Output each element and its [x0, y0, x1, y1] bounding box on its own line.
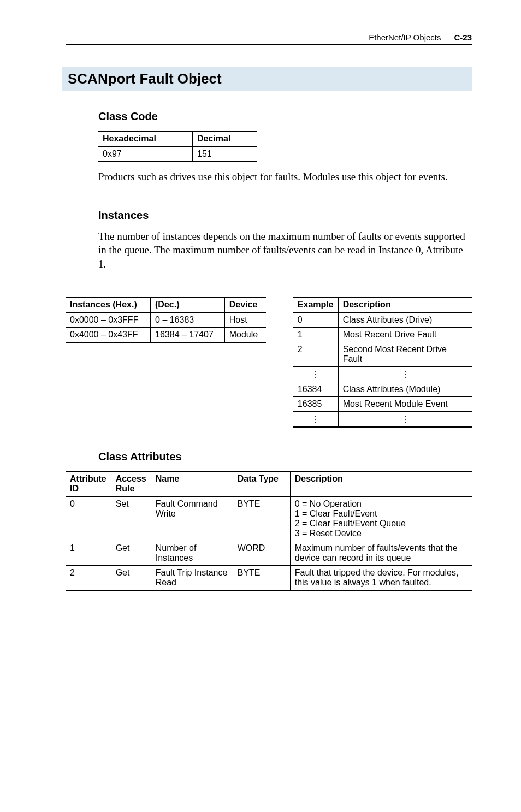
header-section: EtherNet/IP Objects — [369, 33, 441, 42]
instances-left-table: Instances (Hex.) (Dec.) Device 0x0000 – … — [66, 297, 266, 343]
cell: WORD — [233, 541, 290, 565]
col-desc: Description — [290, 471, 472, 496]
cell: Number of Instances — [151, 541, 233, 565]
instances-heading: Instances — [98, 209, 472, 222]
col-device: Device — [224, 297, 266, 312]
class-attr-heading-wrap: Class Attributes — [98, 451, 472, 463]
col-access-rule: Access Rule — [111, 471, 151, 496]
instances-tables: Instances (Hex.) (Dec.) Device 0x0000 – … — [66, 297, 472, 428]
cell: 16384 — [293, 382, 338, 396]
table-row: Attribute ID Access Rule Name Data Type … — [66, 471, 472, 496]
table-row: Example Description — [293, 297, 472, 312]
cell: ⋮ — [338, 411, 472, 427]
cell: 0 = No Operation 1 = Clear Fault/Event 2… — [290, 496, 472, 541]
class-attr-heading: Class Attributes — [98, 451, 472, 463]
cell: ⋮ — [293, 366, 338, 382]
cell: Most Recent Drive Fault — [338, 327, 472, 342]
cell: 0x0000 – 0x3FFF — [66, 312, 151, 328]
table-row: ⋮⋮ — [293, 411, 472, 427]
cell: Get — [111, 565, 151, 590]
class-code-section: Class Code Hexadecimal Decimal 0x97 151 … — [98, 110, 472, 184]
table-row: 2Second Most Recent Drive Fault — [293, 342, 472, 366]
page-title: SCANport Fault Object — [62, 67, 472, 91]
cell: 0x4000 – 0x43FF — [66, 327, 151, 342]
cell: 1 — [66, 541, 111, 565]
instances-right-table: Example Description 0Class Attributes (D… — [293, 297, 472, 428]
class-code-heading: Class Code — [98, 110, 472, 123]
cell-hex: 0x97 — [98, 146, 193, 162]
cell: Fault Trip Instance Read — [151, 565, 233, 590]
cell: 16385 — [293, 396, 338, 411]
cell: Fault that tripped the device. For modul… — [290, 565, 472, 590]
col-instances-dec: (Dec.) — [151, 297, 225, 312]
instances-section: Instances The number of instances depend… — [98, 209, 472, 271]
class-code-table: Hexadecimal Decimal 0x97 151 — [98, 131, 257, 162]
table-row: 16385Most Recent Module Event — [293, 396, 472, 411]
col-description: Description — [338, 297, 472, 312]
instances-para: The number of instances depends on the m… — [98, 229, 472, 271]
cell: Set — [111, 496, 151, 541]
table-row: 1 Get Number of Instances WORD Maximum n… — [66, 541, 472, 565]
table-row: 0x4000 – 0x43FF 16384 – 17407 Module — [66, 327, 266, 342]
cell: Fault Command Write — [151, 496, 233, 541]
table-row: 0x0000 – 0x3FFF 0 – 16383 Host — [66, 312, 266, 328]
cell: ⋮ — [293, 411, 338, 427]
cell: BYTE — [233, 565, 290, 590]
col-example: Example — [293, 297, 338, 312]
cell: Most Recent Module Event — [338, 396, 472, 411]
table-row: 16384Class Attributes (Module) — [293, 382, 472, 396]
cell: 0 – 16383 — [151, 312, 225, 328]
cell: BYTE — [233, 496, 290, 541]
table-row: 0Class Attributes (Drive) — [293, 312, 472, 328]
col-data-type: Data Type — [233, 471, 290, 496]
cell: Maximum number of faults/events that the… — [290, 541, 472, 565]
cell: 2 — [66, 565, 111, 590]
table-row: ⋮⋮ — [293, 366, 472, 382]
cell: 1 — [293, 327, 338, 342]
table-row: 2 Get Fault Trip Instance Read BYTE Faul… — [66, 565, 472, 590]
cell: ⋮ — [338, 366, 472, 382]
table-row: 0x97 151 — [98, 146, 257, 162]
cell: Class Attributes (Drive) — [338, 312, 472, 328]
table-row: 1Most Recent Drive Fault — [293, 327, 472, 342]
col-decimal: Decimal — [193, 131, 257, 146]
class-code-para: Products such as drives use this object … — [98, 170, 472, 184]
col-hexadecimal: Hexadecimal — [98, 131, 193, 146]
cell: Second Most Recent Drive Fault — [338, 342, 472, 366]
page-header: EtherNet/IP Objects C-23 — [66, 33, 472, 45]
cell: 0 — [66, 496, 111, 541]
table-row: 0 Set Fault Command Write BYTE 0 = No Op… — [66, 496, 472, 541]
cell: 16384 – 17407 — [151, 327, 225, 342]
class-attr-table: Attribute ID Access Rule Name Data Type … — [66, 471, 472, 591]
header-page: C-23 — [454, 33, 472, 42]
col-instances-hex: Instances (Hex.) — [66, 297, 151, 312]
col-name: Name — [151, 471, 233, 496]
cell-dec: 151 — [193, 146, 257, 162]
cell: Class Attributes (Module) — [338, 382, 472, 396]
cell: Get — [111, 541, 151, 565]
cell: Module — [224, 327, 266, 342]
col-attr-id: Attribute ID — [66, 471, 111, 496]
cell: Host — [224, 312, 266, 328]
cell: 2 — [293, 342, 338, 366]
table-row: Instances (Hex.) (Dec.) Device — [66, 297, 266, 312]
cell: 0 — [293, 312, 338, 328]
table-row: Hexadecimal Decimal — [98, 131, 257, 146]
